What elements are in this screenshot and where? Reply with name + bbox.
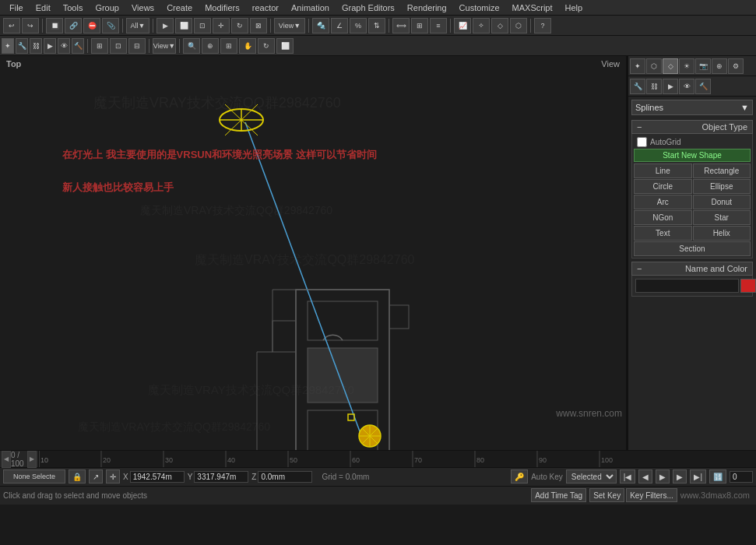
utilities-tab[interactable]: 🔨 — [72, 38, 84, 54]
star-button[interactable]: Star — [693, 210, 751, 225]
percent-snap-btn[interactable]: % — [350, 18, 367, 33]
orbit-btn[interactable]: ↻ — [258, 38, 275, 54]
scroll-right-arrow[interactable]: ▶ — [27, 451, 37, 468]
lock-btn[interactable]: 🔒 — [69, 469, 86, 483]
shape-icon[interactable]: ◇ — [663, 58, 678, 74]
menu-help[interactable]: Help — [559, 2, 589, 14]
display-tab[interactable]: 👁 — [58, 38, 70, 54]
rectangle-button[interactable]: Rectangle — [693, 164, 751, 178]
undo-btn[interactable]: ↩ — [3, 18, 20, 33]
viewport[interactable]: Top View — [0, 56, 628, 450]
angle-snap-btn[interactable]: ∠ — [331, 18, 348, 33]
object-type-header[interactable]: − Object Type — [631, 120, 753, 134]
frame-type-btn[interactable]: 🔢 — [709, 469, 726, 483]
layer-btn[interactable]: ≡ — [430, 18, 447, 33]
region-select-btn[interactable]: ⬜ — [175, 18, 192, 33]
unlink-btn[interactable]: ⛔ — [83, 18, 100, 33]
goto-start-btn[interactable]: |◀ — [620, 469, 636, 483]
menu-modifiers[interactable]: Modifiers — [199, 2, 246, 14]
scroll-left-arrow[interactable]: ◀ — [2, 451, 11, 468]
selection-set-btn[interactable]: None Selecte — [3, 469, 65, 483]
menu-group[interactable]: Group — [89, 2, 125, 14]
scale-btn[interactable]: ⊠ — [250, 18, 267, 33]
menu-views[interactable]: Views — [125, 2, 160, 14]
modify-icon[interactable]: 🔧 — [630, 79, 645, 94]
utilities-icon[interactable]: 🔨 — [695, 79, 711, 94]
menu-file[interactable]: File — [3, 2, 30, 14]
menu-customize[interactable]: Customize — [453, 2, 506, 14]
play-btn[interactable]: ▶ — [656, 469, 670, 483]
create-tab[interactable]: ✦ — [2, 38, 14, 54]
schematic-btn[interactable]: ⟡ — [473, 18, 490, 33]
zoom-extents-btn[interactable]: ⊞ — [220, 38, 237, 54]
viewport-config-btn[interactable]: View▼ — [153, 38, 176, 54]
menu-animation[interactable]: Animation — [285, 2, 336, 14]
render-btn[interactable]: ⬡ — [510, 18, 527, 33]
circle-button[interactable]: Circle — [634, 179, 692, 194]
menu-graph-editors[interactable]: Graph Editors — [336, 2, 401, 14]
x-input[interactable] — [130, 471, 185, 483]
link-btn[interactable]: 🔗 — [65, 18, 82, 33]
display-icon[interactable]: 👁 — [679, 79, 694, 94]
select-obj-btn[interactable]: ▶ — [156, 18, 174, 33]
menu-tools[interactable]: Tools — [57, 2, 90, 14]
motion-icon[interactable]: ▶ — [663, 79, 678, 94]
timeline-scrubber[interactable]: 10 20 30 40 50 60 70 80 90 100 — [39, 451, 756, 467]
spinner-snap-btn[interactable]: ⇅ — [368, 18, 385, 33]
ngon-button[interactable]: NGon — [634, 210, 692, 225]
hierarchy-icon[interactable]: ⛓ — [646, 79, 662, 94]
name-color-header[interactable]: − Name and Color — [631, 262, 753, 276]
select-filter-btn[interactable]: All▼ — [126, 18, 149, 33]
z-input[interactable] — [258, 471, 312, 483]
line-button[interactable]: Line — [634, 164, 692, 178]
start-new-shape-button[interactable]: Start New Shape — [634, 149, 751, 162]
maximize-btn[interactable]: ⬜ — [276, 38, 294, 54]
set-key-btn[interactable]: Set Key — [589, 488, 624, 502]
next-frame-btn[interactable]: ▶ — [673, 469, 687, 483]
camera-icon[interactable]: 📷 — [695, 58, 711, 74]
bind-btn[interactable]: 📎 — [102, 18, 119, 33]
modify-tab[interactable]: 🔧 — [16, 38, 28, 54]
selected-dropdown[interactable]: Selected — [566, 469, 617, 483]
y-input[interactable] — [194, 471, 248, 483]
section-button[interactable]: Section — [634, 241, 751, 256]
ref-coord-btn[interactable]: View▼ — [274, 18, 305, 33]
align-btn[interactable]: ⊞ — [411, 18, 428, 33]
geom-icon[interactable]: ⬡ — [646, 58, 662, 74]
key-filters-btn[interactable]: Key Filters... — [626, 488, 677, 502]
key-icon-btn[interactable]: 🔑 — [511, 469, 528, 483]
name-input[interactable] — [635, 279, 739, 293]
mirror-btn[interactable]: ⟺ — [392, 18, 410, 33]
goto-end-btn[interactable]: ▶| — [690, 469, 706, 483]
splines-dropdown[interactable]: Splines ▼ — [631, 100, 753, 115]
move-mode-btn[interactable]: ↗ — [89, 469, 103, 483]
text-button[interactable]: Text — [634, 226, 692, 241]
helper-icon[interactable]: ⊕ — [712, 58, 727, 74]
donut-button[interactable]: Donut — [693, 195, 751, 209]
system-icon[interactable]: ⚙ — [728, 58, 744, 74]
zoom-btn[interactable]: 🔍 — [183, 38, 200, 54]
redo-btn[interactable]: ↪ — [22, 18, 39, 33]
menu-rendering[interactable]: Rendering — [401, 2, 453, 14]
select-btn[interactable]: 🔲 — [46, 18, 63, 33]
color-swatch[interactable] — [740, 279, 756, 293]
material-btn[interactable]: ◇ — [491, 18, 508, 33]
zoom-all-btn[interactable]: ⊕ — [202, 38, 219, 54]
window-select-btn[interactable]: ⊡ — [194, 18, 211, 33]
snap3-btn[interactable]: ⊟ — [128, 38, 146, 54]
current-frame-input[interactable] — [730, 471, 753, 483]
hierarchy-tab[interactable]: ⛓ — [30, 38, 42, 54]
helix-button[interactable]: Helix — [693, 226, 751, 241]
menu-reactor[interactable]: reactor — [246, 2, 285, 14]
snap2-btn[interactable]: ⊡ — [110, 38, 127, 54]
add-time-tag-btn[interactable]: Add Time Tag — [531, 488, 586, 502]
light-icon[interactable]: ☀ — [679, 58, 694, 74]
snap-btn[interactable]: 🔩 — [312, 18, 329, 33]
snap-toggle-btn[interactable]: ⊞ — [91, 38, 108, 54]
move-btn[interactable]: ✛ — [213, 18, 230, 33]
menu-edit[interactable]: Edit — [30, 2, 57, 14]
autogrid-checkbox[interactable] — [637, 137, 647, 147]
help-btn[interactable]: ? — [534, 18, 551, 33]
menu-create[interactable]: Create — [160, 2, 199, 14]
curve-editor-btn[interactable]: 📈 — [454, 18, 471, 33]
